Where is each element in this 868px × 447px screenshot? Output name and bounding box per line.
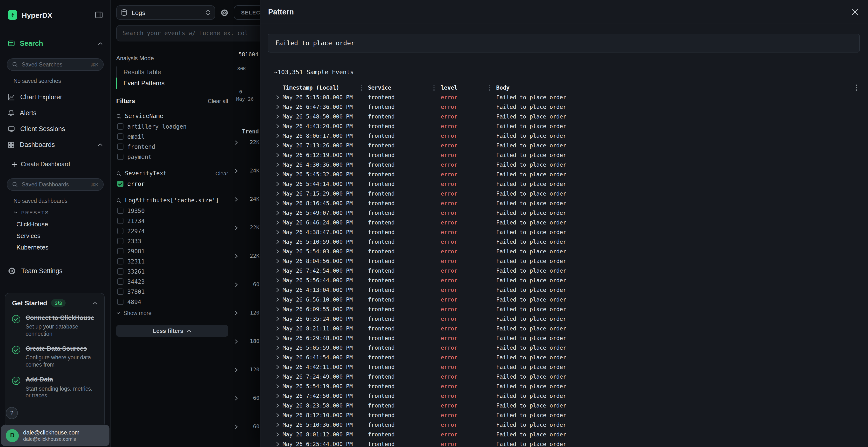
checkbox-checked-icon[interactable] [117,181,123,187]
filter-option[interactable]: artillery-loadgen [116,122,228,132]
chevron-right-icon[interactable] [235,253,238,259]
chevron-up-icon[interactable] [93,301,97,305]
chevron-right-icon[interactable] [269,442,283,447]
chevron-right-icon[interactable] [269,210,283,215]
checkbox-icon[interactable] [117,208,123,214]
event-row[interactable]: May 26 4:43:20.000 PM frontend error Fai… [269,122,868,131]
get-started-step-connect[interactable]: Connect to ClickHouse Set up your databa… [12,314,97,338]
event-row[interactable]: May 26 6:41:54.000 PM frontend error Fai… [269,353,868,362]
chevron-right-icon[interactable] [269,220,283,225]
event-row[interactable]: May 26 7:24:49.000 PM frontend error Fai… [269,372,868,381]
checkbox-icon[interactable] [117,288,123,295]
event-row[interactable]: May 26 5:48:50.000 PM frontend error Fai… [269,112,868,122]
chevron-right-icon[interactable] [269,153,283,158]
event-row[interactable]: May 26 7:42:54.000 PM frontend error Fai… [269,266,868,276]
chevron-right-icon[interactable] [269,105,283,109]
checkbox-icon[interactable] [117,238,123,244]
filter-option[interactable]: frontend [116,142,228,152]
event-row[interactable]: May 26 7:42:50.000 PM frontend error Fai… [269,391,868,401]
event-row[interactable]: May 26 8:23:58.000 PM frontend error Fai… [269,401,868,410]
search-section-header[interactable]: Search [8,37,103,49]
event-row[interactable]: May 26 6:29:48.000 PM frontend error Fai… [269,333,868,343]
chevron-right-icon[interactable] [269,172,283,177]
filter-option[interactable]: 37801 [116,286,228,297]
chevron-right-icon[interactable] [269,162,283,167]
saved-dashboards-input[interactable]: Saved Dashboards ⌘K [7,178,104,191]
checkbox-icon[interactable] [117,248,123,254]
chevron-right-icon[interactable] [269,432,283,437]
event-row[interactable]: May 26 8:12:10.000 PM frontend error Fai… [269,410,868,420]
chevron-right-icon[interactable] [269,355,283,360]
event-row[interactable]: May 26 6:35:24.000 PM frontend error Fai… [269,314,868,324]
chevron-right-icon[interactable] [235,367,238,372]
chevron-right-icon[interactable] [269,259,283,264]
event-row[interactable]: May 26 8:16:45.000 PM frontend error Fai… [269,199,868,208]
brand-header[interactable]: HyperDX [8,10,103,20]
event-row[interactable]: May 26 5:49:07.000 PM frontend error Fai… [269,208,868,218]
event-row[interactable]: May 26 6:25:44.000 PM frontend error Fai… [269,439,868,447]
clear-filter-link[interactable]: Clear [215,171,228,176]
chevron-right-icon[interactable] [235,310,238,315]
event-row[interactable]: May 26 5:15:08.000 PM frontend error Fai… [269,93,868,102]
chevron-right-icon[interactable] [269,384,283,389]
filter-option[interactable]: 29081 [116,246,228,256]
source-select[interactable]: Logs [116,5,215,20]
chevron-right-icon[interactable] [269,403,283,408]
pattern-row-edge[interactable]: 22K [235,213,259,242]
chevron-up-icon[interactable] [98,143,103,146]
chevron-right-icon[interactable] [235,424,238,429]
filter-option[interactable]: email [116,132,228,142]
clear-all-filters-link[interactable]: Clear all [208,98,228,104]
checkbox-icon[interactable] [117,218,123,224]
event-row[interactable]: May 26 8:01:12.000 PM frontend error Fai… [269,429,868,439]
saved-searches-input[interactable]: Saved Searches ⌘K [7,58,104,71]
filter-option[interactable]: payment [116,152,228,162]
event-row[interactable]: May 26 7:15:29.000 PM frontend error Fai… [269,189,868,199]
event-row[interactable]: May 26 5:54:19.000 PM frontend error Fai… [269,381,868,391]
checkbox-icon[interactable] [117,228,123,234]
collapse-sidebar-icon[interactable] [95,11,103,18]
chevron-right-icon[interactable] [269,307,283,312]
event-row[interactable]: May 26 5:45:32.000 PM frontend error Fai… [269,170,868,179]
checkbox-icon[interactable] [117,278,123,285]
event-row[interactable]: May 26 5:44:14.000 PM frontend error Fai… [269,179,868,189]
pattern-row-edge[interactable]: 22K [235,128,259,157]
checkbox-icon[interactable] [117,258,123,265]
search-icon[interactable] [116,198,122,203]
event-row[interactable]: May 26 6:12:19.000 PM frontend error Fai… [269,150,868,160]
chevron-right-icon[interactable] [269,249,283,254]
event-row[interactable]: May 26 6:56:10.000 PM frontend error Fai… [269,295,868,304]
sidebar-item-team-settings[interactable]: Team Settings [0,264,111,278]
sidebar-item-alerts[interactable]: Alerts [0,105,111,121]
checkbox-icon[interactable] [117,133,123,140]
pattern-row-edge[interactable]: 24K [235,185,259,213]
event-row[interactable]: May 26 5:05:59.000 PM frontend error Fai… [269,343,868,353]
event-row[interactable]: May 26 6:09:55.000 PM frontend error Fai… [269,304,868,314]
chevron-right-icon[interactable] [269,239,283,244]
checkbox-icon[interactable] [117,268,123,275]
filter-option-error[interactable]: error [116,179,228,189]
pattern-row-edge[interactable]: 60 [235,412,259,441]
event-row[interactable]: May 26 4:30:36.000 PM frontend error Fai… [269,160,868,170]
event-row[interactable]: May 26 6:47:36.000 PM frontend error Fai… [269,102,868,112]
chevron-right-icon[interactable] [269,374,283,379]
search-icon[interactable] [116,171,122,176]
sidebar-item-client-sessions[interactable]: Client Sessions [0,121,111,137]
chevron-right-icon[interactable] [269,182,283,186]
event-row[interactable]: May 26 5:10:36.000 PM frontend error Fai… [269,420,868,429]
get-started-step-sources[interactable]: Create Data Sources Configure where your… [12,345,97,369]
mode-event-patterns[interactable]: Event Patterns [116,77,228,89]
get-started-step-add-data[interactable]: Add Data Start sending logs, metrics, or… [12,376,97,400]
chevron-right-icon[interactable] [235,225,238,230]
sidebar-item-dashboards[interactable]: Dashboards [0,137,111,153]
chevron-right-icon[interactable] [269,133,283,138]
show-more-link[interactable]: Show more [116,308,228,318]
filter-option[interactable]: 32311 [116,256,228,266]
preset-kubernetes[interactable]: Kubernetes [0,241,111,253]
preset-clickhouse[interactable]: ClickHouse [0,218,111,230]
filter-option[interactable]: 34423 [116,276,228,286]
filter-option[interactable]: 4894 [116,297,228,307]
chevron-right-icon[interactable] [235,339,238,344]
event-row[interactable]: May 26 8:21:11.000 PM frontend error Fai… [269,324,868,333]
pattern-row-edge[interactable]: 22K [235,242,259,270]
